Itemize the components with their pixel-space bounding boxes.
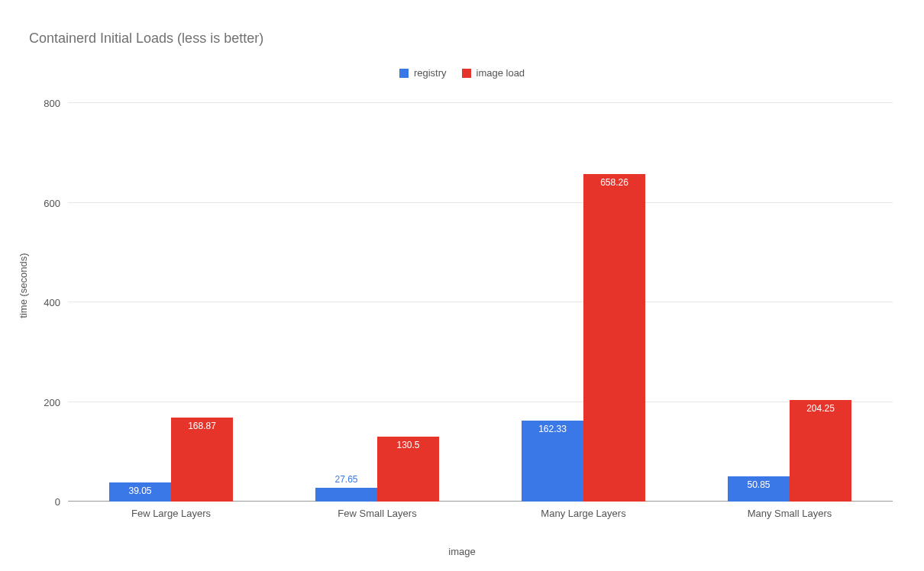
category-label-many-small: Many Small Layers <box>687 508 893 519</box>
legend-item-registry: registry <box>399 67 447 79</box>
chart-title: Containerd Initial Loads (less is better… <box>29 31 263 47</box>
value-label-registry-few-small: 27.65 <box>315 474 377 485</box>
legend-label-registry: registry <box>414 67 447 79</box>
group-few-small-layers: 27.65 130.5 Few Small Layers <box>274 103 480 502</box>
value-label-registry-many-small: 50.85 <box>728 479 790 490</box>
legend-swatch-registry <box>399 69 409 78</box>
ytick-600: 600 <box>30 197 60 208</box>
value-label-imageload-few-small: 130.5 <box>377 440 439 450</box>
value-label-imageload-many-small: 204.25 <box>790 403 851 414</box>
chart-container: Containerd Initial Loads (less is better… <box>0 0 924 571</box>
bar-imageload-many-small <box>790 400 851 502</box>
bar-registry-few-small <box>315 488 377 502</box>
group-few-large-layers: 39.05 168.87 Few Large Layers <box>68 103 274 502</box>
ytick-200: 200 <box>30 396 60 408</box>
plot-area: 0 200 400 600 800 39.05 168.87 Few Large… <box>68 103 893 502</box>
value-label-registry-few-large: 39.05 <box>109 486 171 496</box>
legend-label-imageload: image load <box>477 67 525 79</box>
bar-imageload-many-large <box>583 174 645 502</box>
group-many-large-layers: 162.33 658.26 Many Large Layers <box>480 103 687 502</box>
x-axis-title: image <box>0 546 924 557</box>
value-label-registry-many-large: 162.33 <box>522 424 583 434</box>
value-label-imageload-many-large: 658.26 <box>583 177 645 188</box>
legend: registry image load <box>0 67 924 79</box>
value-label-imageload-few-large: 168.87 <box>171 421 233 431</box>
category-label-many-large: Many Large Layers <box>480 508 687 519</box>
category-label-few-small: Few Small Layers <box>274 508 480 519</box>
legend-swatch-imageload <box>462 69 471 78</box>
group-many-small-layers: 50.85 204.25 Many Small Layers <box>687 103 893 502</box>
legend-item-imageload: image load <box>462 67 525 79</box>
y-axis-title: time (seconds) <box>18 253 29 318</box>
ytick-400: 400 <box>30 297 60 308</box>
category-label-few-large: Few Large Layers <box>68 508 274 519</box>
ytick-0: 0 <box>30 496 60 508</box>
ytick-800: 800 <box>30 98 60 109</box>
